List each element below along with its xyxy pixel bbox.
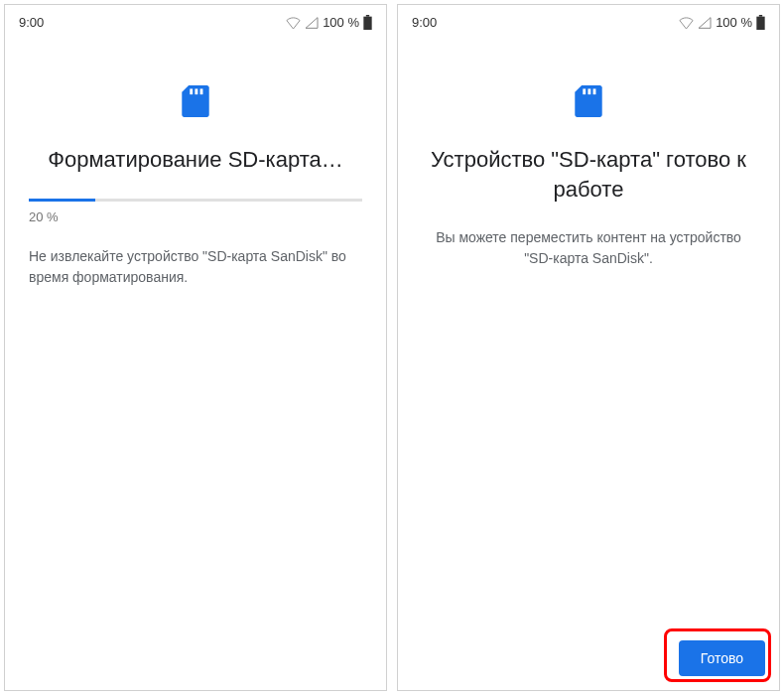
cell-signal-icon: [698, 17, 712, 29]
content-area: Форматирование SD-карта… 20 % Не извлека…: [5, 36, 386, 690]
progress-percent-label: 20 %: [29, 209, 362, 224]
page-title: Устройство "SD-карта" готово к работе: [422, 145, 755, 204]
sd-card-icon: [182, 85, 209, 117]
sd-card-icon: [575, 85, 602, 117]
phone-screen-ready: 9:00 100 % Устройство "SD-карта" готово …: [397, 4, 780, 691]
status-time: 9:00: [412, 15, 437, 30]
status-right: 100 %: [679, 15, 765, 30]
svg-rect-8: [588, 88, 590, 94]
wifi-icon: [286, 17, 301, 29]
page-title: Форматирование SD-карта…: [29, 145, 362, 175]
button-row: Готово: [679, 640, 765, 676]
status-bar: 9:00 100 %: [5, 5, 386, 36]
phone-screen-formatting: 9:00 100 % Форматирование SD-карта…: [4, 4, 387, 691]
battery-icon: [363, 15, 372, 30]
svg-rect-3: [195, 88, 197, 94]
done-button[interactable]: Готово: [679, 640, 765, 676]
svg-rect-1: [363, 17, 371, 30]
svg-rect-7: [583, 88, 586, 94]
battery-percent: 100 %: [323, 15, 359, 30]
cell-signal-icon: [305, 17, 319, 29]
progress-fill: [29, 199, 95, 202]
svg-rect-4: [200, 88, 203, 94]
svg-rect-2: [190, 88, 193, 94]
description-text: Не извлекайте устройство "SD-карта SanDi…: [29, 246, 362, 288]
battery-icon: [756, 15, 765, 30]
svg-rect-5: [759, 15, 762, 17]
svg-rect-6: [756, 17, 764, 30]
wifi-icon: [679, 17, 694, 29]
content-area: Устройство "SD-карта" готово к работе Вы…: [398, 36, 779, 690]
status-right: 100 %: [286, 15, 372, 30]
battery-percent: 100 %: [716, 15, 752, 30]
progress-bar: [29, 199, 362, 202]
status-bar: 9:00 100 %: [398, 5, 779, 36]
svg-rect-0: [366, 15, 369, 17]
svg-rect-9: [593, 88, 596, 94]
description-text: Вы можете переместить контент на устройс…: [422, 227, 755, 269]
status-time: 9:00: [19, 15, 44, 30]
